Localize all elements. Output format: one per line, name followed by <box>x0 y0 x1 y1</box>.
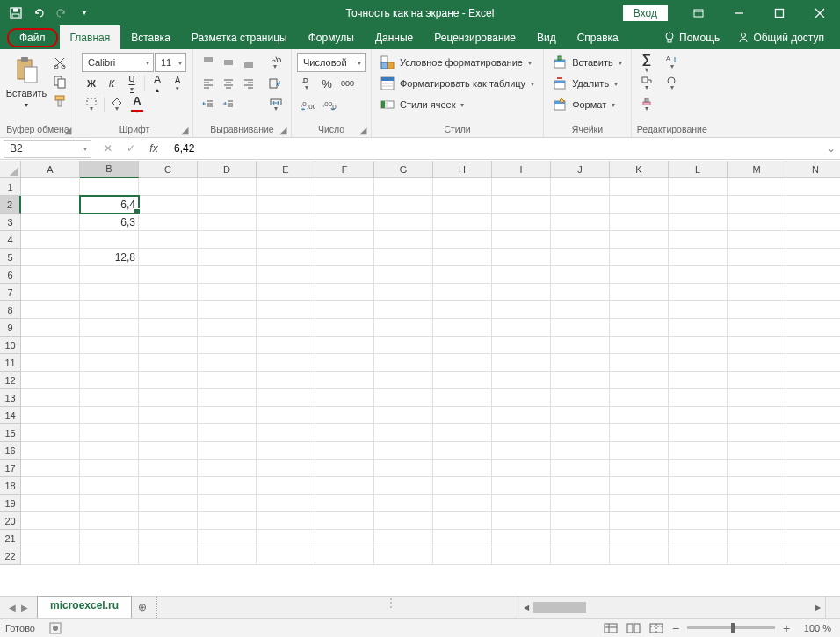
grow-font-icon[interactable]: A▴ <box>148 74 167 93</box>
column-header[interactable]: N <box>786 161 840 178</box>
cell[interactable] <box>551 284 610 301</box>
column-header[interactable]: F <box>315 161 374 178</box>
zoom-slider[interactable] <box>687 626 775 629</box>
cell[interactable] <box>374 301 433 319</box>
cell[interactable] <box>21 249 80 266</box>
cell[interactable] <box>786 442 840 460</box>
cell[interactable] <box>315 477 374 495</box>
cell[interactable] <box>728 231 786 249</box>
cell[interactable] <box>139 460 198 477</box>
column-header[interactable]: E <box>257 161 315 178</box>
number-format-combo[interactable]: Числовой <box>297 53 366 72</box>
cell[interactable] <box>786 319 840 337</box>
cell[interactable] <box>610 337 669 354</box>
cell[interactable] <box>433 460 492 477</box>
cell[interactable] <box>786 389 840 407</box>
cell[interactable] <box>551 354 610 372</box>
cell[interactable] <box>139 512 198 530</box>
cell[interactable] <box>492 319 551 337</box>
cell[interactable] <box>315 547 374 565</box>
cell[interactable] <box>198 196 257 214</box>
row-header[interactable]: 15 <box>0 424 21 442</box>
cell[interactable] <box>139 319 198 337</box>
row-header[interactable]: 16 <box>0 442 21 460</box>
accounting-format-icon[interactable]: ₽ <box>297 74 316 93</box>
cell[interactable] <box>786 214 840 231</box>
cell[interactable] <box>728 512 786 530</box>
column-header[interactable]: B <box>80 161 139 178</box>
cell[interactable] <box>492 178 551 196</box>
cell[interactable] <box>551 530 610 547</box>
cell[interactable] <box>315 214 374 231</box>
cell[interactable] <box>315 337 374 354</box>
cell[interactable] <box>728 477 786 495</box>
cell[interactable] <box>786 424 840 442</box>
cell[interactable] <box>374 337 433 354</box>
cell[interactable] <box>198 442 257 460</box>
tab-данные[interactable]: Данные <box>365 25 424 49</box>
cell[interactable] <box>21 407 80 424</box>
cell[interactable] <box>315 530 374 547</box>
cell[interactable] <box>786 178 840 196</box>
cell[interactable] <box>728 284 786 301</box>
cell[interactable] <box>198 319 257 337</box>
cell[interactable] <box>374 214 433 231</box>
decrease-decimal-icon[interactable]: ,00,0 <box>319 95 340 114</box>
cell[interactable] <box>669 512 728 530</box>
cell[interactable] <box>669 407 728 424</box>
cell[interactable] <box>315 460 374 477</box>
cell[interactable] <box>669 495 728 512</box>
cell[interactable] <box>433 231 492 249</box>
cell[interactable] <box>139 196 198 214</box>
cell[interactable] <box>257 231 315 249</box>
cell[interactable] <box>610 530 669 547</box>
cell[interactable] <box>80 284 139 301</box>
redo-icon[interactable] <box>51 3 72 24</box>
cell[interactable] <box>433 319 492 337</box>
tab-справка[interactable]: Справка <box>567 25 629 49</box>
cell[interactable] <box>433 372 492 389</box>
cell[interactable] <box>374 178 433 196</box>
cell[interactable] <box>610 178 669 196</box>
column-header[interactable]: L <box>669 161 728 178</box>
cell[interactable] <box>257 284 315 301</box>
cell[interactable] <box>80 530 139 547</box>
cell[interactable] <box>257 266 315 284</box>
cell[interactable] <box>610 354 669 372</box>
cell[interactable] <box>374 407 433 424</box>
insert-cells-button[interactable]: Вставить <box>549 53 626 72</box>
cell[interactable] <box>198 424 257 442</box>
cell[interactable] <box>198 372 257 389</box>
cell[interactable] <box>669 337 728 354</box>
row-header[interactable]: 4 <box>0 231 21 249</box>
cell[interactable] <box>551 424 610 442</box>
decrease-indent-icon[interactable] <box>199 95 218 114</box>
cell[interactable] <box>433 214 492 231</box>
cell[interactable] <box>492 530 551 547</box>
font-launcher-icon[interactable]: ◢ <box>179 125 190 135</box>
sort-filter-icon[interactable]: АЯ <box>662 53 683 72</box>
cell[interactable] <box>21 372 80 389</box>
cell[interactable] <box>257 319 315 337</box>
align-middle-icon[interactable] <box>219 53 238 72</box>
row-header[interactable]: 1 <box>0 178 21 196</box>
hscroll-thumb[interactable] <box>533 602 586 613</box>
align-center-icon[interactable] <box>219 74 238 93</box>
cell[interactable] <box>315 389 374 407</box>
cell[interactable] <box>139 372 198 389</box>
cell[interactable] <box>610 231 669 249</box>
underline-button[interactable]: Ч <box>122 74 141 93</box>
cell[interactable] <box>139 301 198 319</box>
tell-me-button[interactable]: Помощь <box>655 32 728 44</box>
cell[interactable] <box>551 372 610 389</box>
cell[interactable] <box>374 354 433 372</box>
cell[interactable] <box>492 214 551 231</box>
enter-formula-icon[interactable]: ✓ <box>119 140 142 158</box>
cell[interactable] <box>21 442 80 460</box>
delete-cells-button[interactable]: Удалить <box>549 74 626 93</box>
cell[interactable] <box>198 389 257 407</box>
cell[interactable] <box>669 477 728 495</box>
cell[interactable] <box>786 284 840 301</box>
cell[interactable] <box>257 424 315 442</box>
cell[interactable] <box>551 249 610 266</box>
